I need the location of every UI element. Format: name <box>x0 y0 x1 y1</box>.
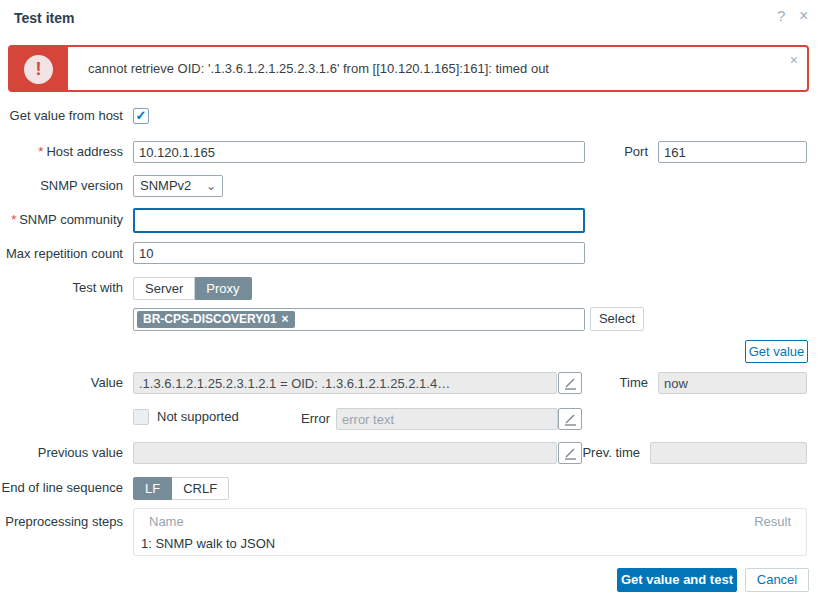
error-input <box>336 408 558 430</box>
preprocessing-steps-label: Preprocessing steps <box>0 511 123 533</box>
eol-segmented: LF CRLF <box>133 477 229 500</box>
test-with-label: Test with <box>0 277 123 299</box>
test-with-option-proxy[interactable]: Proxy <box>195 277 251 300</box>
test-item-dialog: Test item ? × ! cannot retrieve OID: '.1… <box>0 0 819 595</box>
eol-label: End of line sequence <box>0 477 123 499</box>
preprocessing-table: Name Result 1: SNMP walk to JSON <box>133 508 807 556</box>
preprocessing-step-name: 1: SNMP walk to JSON <box>141 533 275 555</box>
not-supported-checkbox[interactable] <box>133 409 149 425</box>
time-input <box>658 372 807 394</box>
eol-option-crlf[interactable]: CRLF <box>172 477 229 500</box>
error-message: cannot retrieve OID: '.1.3.6.1.2.1.25.2.… <box>88 47 549 90</box>
prev-time-label: Prev. time <box>562 442 640 464</box>
snmp-version-value: SNMPv2 <box>140 178 191 193</box>
table-row: 1: SNMP walk to JSON <box>134 533 806 556</box>
eol-option-lf[interactable]: LF <box>133 477 172 500</box>
chevron-down-icon: ⌄ <box>206 176 216 196</box>
max-repetition-count-label: Max repetition count <box>0 243 123 265</box>
required-mark: * <box>11 212 16 227</box>
host-address-input[interactable] <box>133 141 585 163</box>
get-value-from-host-label: Get value from host <box>0 107 123 125</box>
max-repetition-count-input[interactable] <box>133 242 585 264</box>
snmp-version-select[interactable]: SNMPv2 ⌄ <box>133 175 223 197</box>
snmp-community-input[interactable] <box>133 208 585 233</box>
snmp-version-label: SNMP version <box>0 175 123 197</box>
proxy-chip: BR-CPS-DISCOVERY01× <box>137 311 295 328</box>
chip-remove-icon[interactable]: × <box>282 312 289 326</box>
value-input <box>133 372 557 394</box>
get-value-from-host-checkbox[interactable]: ✓ <box>133 108 149 124</box>
required-mark: * <box>38 144 43 159</box>
exclamation-icon: ! <box>24 55 53 84</box>
cancel-button[interactable]: Cancel <box>745 568 809 592</box>
error-edit-pencil-icon[interactable] <box>558 408 582 430</box>
port-input[interactable] <box>658 141 807 163</box>
proxy-multiselect[interactable]: BR-CPS-DISCOVERY01× <box>133 308 585 331</box>
previous-value-label: Previous value <box>0 442 123 464</box>
proxy-select-button[interactable]: Select <box>590 307 644 331</box>
preprocessing-table-header: Name Result <box>134 509 806 533</box>
get-value-and-test-button[interactable]: Get value and test <box>617 568 737 592</box>
error-dismiss-icon[interactable]: × <box>790 52 798 68</box>
port-label: Port <box>600 141 648 163</box>
error-banner: ! cannot retrieve OID: '.1.3.6.1.2.1.25.… <box>8 45 809 92</box>
close-icon[interactable]: × <box>799 8 808 24</box>
help-icon[interactable]: ? <box>777 8 785 24</box>
test-with-segmented: Server Proxy <box>133 277 252 300</box>
not-supported-label: Not supported <box>157 408 239 426</box>
snmp-community-label: *SNMP community <box>0 209 123 231</box>
column-header-result: Result <box>754 509 791 535</box>
time-label: Time <box>600 372 648 394</box>
value-label: Value <box>0 372 123 394</box>
dialog-title: Test item <box>14 10 74 26</box>
get-value-button[interactable]: Get value <box>745 340 808 363</box>
test-with-option-server[interactable]: Server <box>133 277 195 300</box>
column-header-name: Name <box>149 509 184 535</box>
previous-value-input <box>133 442 557 464</box>
host-address-label: *Host address <box>0 141 123 163</box>
value-edit-pencil-icon[interactable] <box>558 372 582 394</box>
error-field-label: Error <box>255 408 330 430</box>
prev-time-input <box>650 442 807 464</box>
check-icon: ✓ <box>136 108 147 123</box>
error-banner-accent: ! <box>10 47 68 90</box>
